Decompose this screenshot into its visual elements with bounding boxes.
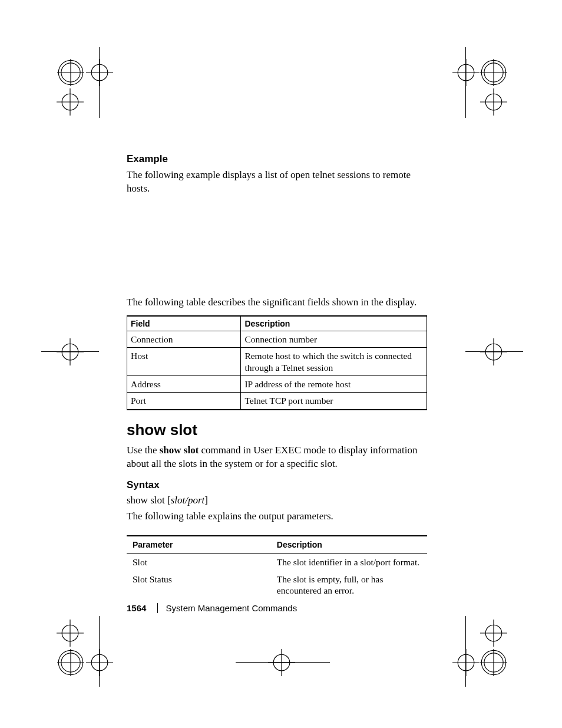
registration-mark-icon [268,649,295,676]
registration-mark-icon [452,59,480,86]
registration-mark-icon [452,649,480,676]
param-table-header-desc: Description [271,536,427,554]
field-table-header-field: Field [127,316,241,331]
registration-mark-icon [480,59,507,86]
param-table-intro: The following table explains the output … [127,510,427,523]
param-cell: Slot Status [127,571,271,599]
table-row: Address IP address of the remote host [127,375,427,392]
example-intro: The following example displays a list of… [127,169,427,196]
parameter-table: Parameter Description Slot The slot iden… [127,535,427,599]
spacer [127,202,427,296]
field-cell: Connection [127,331,241,347]
param-table-header-param: Parameter [127,536,271,554]
page-footer: 1564 System Management Commands [127,603,297,613]
syntax-suffix: ] [204,495,208,506]
registration-mark-icon [480,649,507,676]
param-cell: Slot [127,553,271,571]
desc-cell: Telnet TCP port number [241,393,427,410]
table-row: Connection Connection number [127,331,427,347]
syntax-command: show slot [slot/port] [127,495,427,506]
registration-mark-icon [57,338,84,365]
field-cell: Port [127,393,241,410]
registration-mark-icon [57,88,84,116]
registration-mark-icon [57,59,84,86]
registration-mark-icon [480,620,507,647]
field-cell: Host [127,348,241,376]
table-row: Slot The slot identifier in a slot/port … [127,553,427,571]
field-cell: Address [127,375,241,392]
registration-mark-icon [480,88,507,116]
desc-cell: Remote host to which the switch is conne… [241,348,427,376]
desc-cell: The slot is empty, full, or has encounte… [271,571,427,599]
registration-mark-icon [86,59,113,86]
page: Example The following example displays a… [0,0,562,728]
registration-mark-icon [86,649,113,676]
command-description: Use the show slot command in User EXEC m… [127,444,427,471]
desc-cell: IP address of the remote host [241,375,427,392]
registration-mark-icon [57,620,84,647]
command-desc-bold: show slot [160,444,199,456]
content-area: Example The following example displays a… [127,153,427,599]
crop-rule [236,662,330,663]
footer-section: System Management Commands [157,603,297,613]
command-title: show slot [127,421,427,439]
table-row: Host Remote host to which the switch is … [127,348,427,376]
table-row: Slot Status The slot is empty, full, or … [127,571,427,599]
registration-mark-icon [480,338,507,365]
syntax-heading: Syntax [127,479,427,491]
page-number: 1564 [127,603,146,613]
desc-cell: Connection number [241,331,427,347]
table-row: Port Telnet TCP port number [127,393,427,410]
registration-mark-icon [57,649,84,676]
field-table-intro: The following table describes the signif… [127,296,427,309]
field-table: Field Description Connection Connection … [127,315,427,410]
desc-cell: The slot identifier in a slot/port forma… [271,553,427,571]
syntax-prefix: show slot [ [127,495,171,506]
field-table-header-desc: Description [241,316,427,331]
example-heading: Example [127,153,427,165]
command-desc-prefix: Use the [127,444,160,456]
syntax-italic: slot/port [171,495,205,506]
